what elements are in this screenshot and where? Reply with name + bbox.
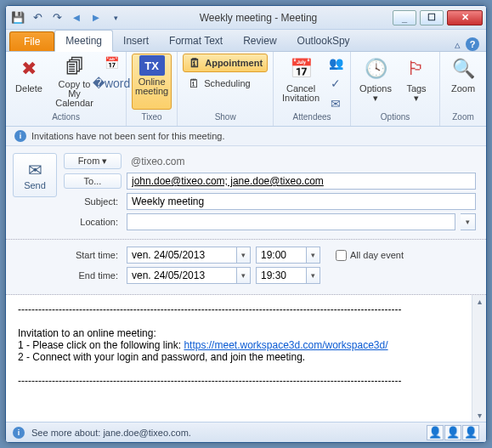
person-icon: 👤 bbox=[462, 425, 479, 440]
ribbon-group-tixeo: TX Online meeting Tixeo bbox=[127, 52, 178, 126]
zoom-icon: 🔍 bbox=[450, 55, 477, 82]
end-time-combo[interactable]: ▾ bbox=[256, 267, 320, 284]
redo-icon[interactable]: ↷ bbox=[48, 9, 65, 26]
check-names-icon[interactable]: ✓ bbox=[326, 74, 345, 93]
subject-label: Subject: bbox=[64, 196, 122, 207]
location-input[interactable] bbox=[127, 213, 455, 230]
minimize-ribbon-icon[interactable]: ▵ bbox=[455, 38, 461, 51]
calendar-small-icon[interactable]: 📅 bbox=[102, 54, 121, 72]
chevron-down-icon[interactable]: ▾ bbox=[307, 247, 320, 264]
ribbon-tabs: File Meeting Insert Format Text Review O… bbox=[6, 30, 486, 52]
appointment-icon: 🗓 bbox=[188, 56, 201, 70]
header-form: ✉ Send From ▾ @tixeo.com To... Subject: bbox=[6, 146, 486, 240]
divider-top: ----------------------------------------… bbox=[18, 303, 474, 315]
options-button[interactable]: 🕓 Options▾ bbox=[356, 54, 395, 110]
all-day-input[interactable] bbox=[336, 250, 347, 261]
subject-input[interactable] bbox=[127, 193, 476, 210]
chevron-down-icon[interactable]: ▾ bbox=[237, 267, 251, 284]
end-date-combo[interactable]: ▾ bbox=[127, 267, 251, 284]
online-meeting-button[interactable]: TX Online meeting bbox=[132, 54, 172, 110]
start-time-label: Start time: bbox=[64, 250, 122, 260]
meeting-link[interactable]: https://meet.workspace3d.com/workspace3d… bbox=[184, 339, 387, 351]
tab-insert[interactable]: Insert bbox=[113, 31, 159, 51]
info-icon: i bbox=[14, 130, 26, 142]
file-tab[interactable]: File bbox=[9, 31, 54, 51]
address-book-icon[interactable]: 👥 bbox=[326, 54, 345, 72]
divider-bottom: ----------------------------------------… bbox=[18, 375, 474, 387]
info-icon: i bbox=[13, 427, 25, 439]
next-icon[interactable]: ► bbox=[88, 9, 105, 26]
send-button[interactable]: ✉ Send bbox=[13, 153, 57, 197]
scheduling-button[interactable]: 🗓 Scheduling bbox=[183, 74, 254, 93]
close-button[interactable]: ✕ bbox=[447, 10, 483, 26]
quick-access-toolbar: 💾 ↶ ↷ ◄ ► ▾ bbox=[9, 9, 124, 26]
info-bar: i Invitations have not been sent for thi… bbox=[6, 127, 486, 146]
person-icon: 👤 bbox=[427, 425, 444, 440]
zoom-button[interactable]: 🔍 Zoom bbox=[445, 54, 481, 110]
chevron-down-icon[interactable]: ▾ bbox=[307, 267, 320, 284]
qat-menu-icon[interactable]: ▾ bbox=[107, 9, 124, 26]
start-time-input[interactable] bbox=[256, 247, 307, 264]
tags-button[interactable]: 🏳 Tags▾ bbox=[399, 54, 434, 110]
window-title: Weekly meeting - Meeting bbox=[124, 12, 393, 24]
tab-format-text[interactable]: Format Text bbox=[159, 31, 233, 51]
end-time-input[interactable] bbox=[256, 267, 307, 284]
options-icon: 🕓 bbox=[362, 55, 389, 82]
to-button[interactable]: To... bbox=[64, 173, 122, 189]
copy-to-calendar-button[interactable]: 🗐 Copy to My Calendar bbox=[50, 54, 99, 110]
help-icon[interactable]: ? bbox=[466, 37, 479, 51]
tixeo-icon: TX bbox=[139, 55, 165, 76]
ribbon: ✖ Delete 🗐 Copy to My Calendar 📅 �word A… bbox=[6, 52, 486, 127]
body-intro: Invitation to an online meeting: bbox=[18, 327, 474, 339]
cancel-invite-icon: 📅 bbox=[287, 55, 314, 82]
end-date-input[interactable] bbox=[127, 267, 237, 284]
ribbon-group-show: 🗓 Appointment 🗓 Scheduling Show bbox=[178, 52, 274, 126]
location-dropdown[interactable]: ▾ bbox=[461, 213, 476, 230]
cancel-invitation-button[interactable]: 📅 Cancel Invitation bbox=[279, 54, 323, 110]
to-input[interactable] bbox=[127, 173, 476, 190]
appointment-button[interactable]: 🗓 Appointment bbox=[183, 54, 268, 72]
tab-outlookspy[interactable]: OutlookSpy bbox=[287, 31, 360, 51]
ribbon-group-zoom: 🔍 Zoom Zoom bbox=[440, 52, 486, 126]
save-icon[interactable]: 💾 bbox=[9, 9, 26, 26]
prev-icon[interactable]: ◄ bbox=[68, 9, 85, 26]
delete-button[interactable]: ✖ Delete bbox=[11, 54, 47, 110]
tab-meeting[interactable]: Meeting bbox=[54, 30, 113, 52]
window: 💾 ↶ ↷ ◄ ► ▾ Weekly meeting - Meeting _ ☐… bbox=[5, 5, 487, 443]
people-pane[interactable]: 👤 👤 👤 bbox=[427, 425, 479, 440]
start-time-combo[interactable]: ▾ bbox=[256, 247, 320, 264]
scrollbar[interactable]: ▴ ▾ bbox=[472, 295, 486, 422]
ribbon-group-options: 🕓 Options▾ 🏳 Tags▾ Options bbox=[351, 52, 440, 126]
tab-review[interactable]: Review bbox=[233, 31, 286, 51]
scroll-up-icon[interactable]: ▴ bbox=[472, 297, 486, 306]
message-body[interactable]: ----------------------------------------… bbox=[6, 295, 486, 422]
from-value: @tixeo.com bbox=[127, 154, 476, 169]
chevron-down-icon[interactable]: ▾ bbox=[237, 247, 251, 264]
info-text: Invitations have not been sent for this … bbox=[31, 131, 224, 141]
delete-icon: ✖ bbox=[15, 55, 42, 82]
ribbon-group-actions: ✖ Delete 🗐 Copy to My Calendar 📅 �word A… bbox=[6, 52, 127, 126]
ribbon-group-attendees: 📅 Cancel Invitation 👥 ✓ ✉ Attendees bbox=[274, 52, 351, 126]
scroll-down-icon[interactable]: ▾ bbox=[472, 411, 486, 420]
end-time-label: End time: bbox=[64, 270, 122, 281]
person-icon: 👤 bbox=[444, 425, 461, 440]
response-options-icon[interactable]: ✉ bbox=[326, 94, 345, 113]
from-button[interactable]: From ▾ bbox=[64, 153, 122, 169]
status-bar: i See more about: jane.doe@tixeo.com. 👤 … bbox=[6, 422, 486, 442]
start-date-combo[interactable]: ▾ bbox=[127, 247, 251, 264]
tags-icon: 🏳 bbox=[403, 55, 430, 82]
time-form: Start time: ▾ ▾ All day event End time: … bbox=[6, 240, 486, 295]
window-controls: _ ☐ ✕ bbox=[393, 10, 483, 26]
send-icon: ✉ bbox=[28, 160, 42, 180]
status-text: See more about: jane.doe@tixeo.com. bbox=[31, 428, 191, 438]
maximize-button[interactable]: ☐ bbox=[420, 10, 444, 26]
forward-small-icon[interactable]: �word bbox=[102, 74, 121, 93]
location-label: Location: bbox=[64, 217, 122, 227]
body-line1: 1 - Please click on the following link: … bbox=[18, 339, 474, 351]
undo-icon[interactable]: ↶ bbox=[29, 9, 46, 26]
all-day-checkbox[interactable]: All day event bbox=[336, 250, 404, 261]
minimize-button[interactable]: _ bbox=[393, 10, 416, 26]
body-line2: 2 - Connect with your login and password… bbox=[18, 351, 474, 363]
start-date-input[interactable] bbox=[127, 247, 237, 264]
calendar-copy-icon: 🗐 bbox=[61, 55, 88, 78]
